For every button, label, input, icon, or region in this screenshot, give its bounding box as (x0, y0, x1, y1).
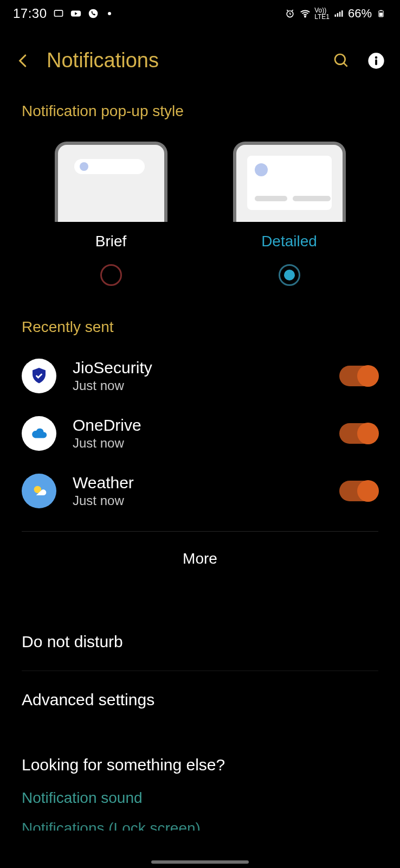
app-time: Just now (73, 378, 323, 393)
back-button[interactable] (13, 50, 34, 71)
toggle-onedrive[interactable] (339, 423, 378, 444)
app-row-onedrive[interactable]: OneDrive Just now (22, 416, 378, 451)
popup-option-detailed[interactable]: Detailed (219, 142, 360, 286)
battery-percent: 66% (348, 7, 372, 21)
svg-point-4 (305, 16, 306, 17)
signal-icon (333, 8, 345, 20)
recently-sent-section-header: Recently sent (22, 318, 378, 336)
search-button[interactable] (331, 50, 352, 72)
svg-rect-5 (334, 15, 336, 17)
popup-detailed-label: Detailed (261, 233, 317, 250)
svg-rect-7 (339, 12, 341, 17)
popup-detailed-radio[interactable] (279, 264, 300, 286)
do-not-disturb-item[interactable]: Do not disturb (22, 613, 378, 671)
more-notifs-dot (108, 12, 111, 15)
svg-point-2 (88, 9, 98, 18)
gesture-nav-bar[interactable] (151, 860, 249, 864)
notifications-lockscreen-link[interactable]: Notifications (Lock screen) (22, 820, 378, 831)
status-bar: 17:30 Vo))LTE1 66% (0, 0, 400, 27)
svg-rect-0 (54, 10, 62, 16)
info-button[interactable] (365, 50, 387, 72)
clock-time: 17:30 (13, 6, 47, 21)
more-button[interactable]: More (22, 532, 378, 586)
sun-icon (22, 474, 56, 508)
app-time: Just now (73, 436, 323, 451)
phone-icon (87, 8, 99, 20)
toggle-weather[interactable] (339, 481, 378, 501)
app-row-jiosecurity[interactable]: JioSecurity Just now (22, 359, 378, 393)
detailed-preview (233, 142, 346, 222)
svg-rect-15 (375, 59, 377, 65)
app-time: Just now (73, 493, 323, 508)
toggle-jiosecurity[interactable] (339, 366, 378, 386)
alarm-icon (284, 8, 296, 20)
advanced-settings-item[interactable]: Advanced settings (22, 671, 378, 729)
lfse-title: Looking for something else? (22, 756, 378, 774)
wifi-icon (299, 8, 311, 20)
popup-brief-radio[interactable] (100, 264, 122, 286)
popup-style-section-header: Notification pop-up style (22, 103, 378, 120)
svg-rect-10 (379, 12, 383, 16)
brief-preview (55, 142, 167, 222)
popup-brief-label: Brief (95, 233, 127, 250)
battery-icon (375, 8, 387, 20)
app-row-weather[interactable]: Weather Just now (22, 474, 378, 508)
youtube-icon (70, 8, 82, 20)
app-name: OneDrive (73, 416, 323, 435)
shield-icon (22, 359, 56, 393)
page-title: Notifications (47, 49, 318, 72)
svg-point-12 (335, 54, 345, 65)
notification-sound-link[interactable]: Notification sound (22, 789, 378, 807)
popup-option-brief[interactable]: Brief (41, 142, 182, 286)
svg-rect-8 (341, 10, 343, 17)
volte-indicator: Vo))LTE1 (314, 7, 330, 20)
cast-icon (53, 8, 64, 20)
svg-rect-11 (380, 10, 382, 11)
svg-rect-6 (337, 13, 339, 17)
app-name: JioSecurity (73, 359, 323, 377)
svg-point-14 (375, 56, 378, 59)
cloud-icon (22, 416, 56, 451)
app-name: Weather (73, 474, 323, 492)
